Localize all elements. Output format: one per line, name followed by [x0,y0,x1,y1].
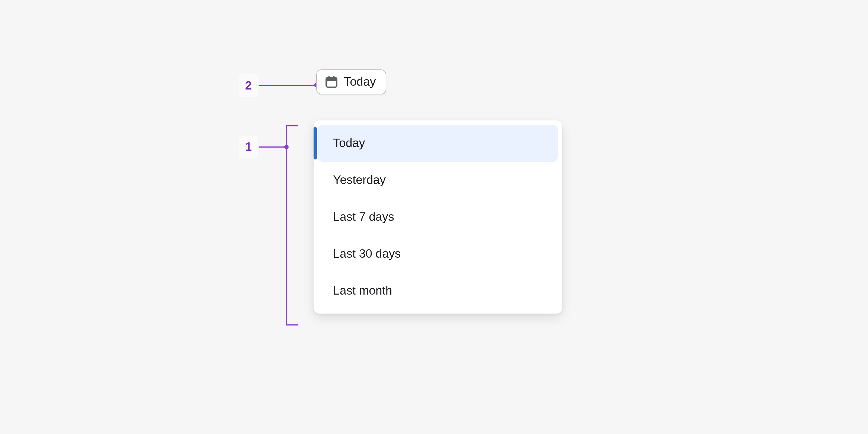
date-range-option-label: Last 7 days [333,210,394,223]
calendar-icon [324,75,339,89]
svg-rect-6 [329,76,330,79]
date-range-option-label: Today [333,136,365,150]
date-range-option-label: Yesterday [333,173,386,187]
annotation-badge-1-label: 1 [245,140,252,154]
date-range-option-label: Last 30 days [333,247,401,260]
annotation-badge-2: 2 [239,74,258,97]
date-range-option-last-month[interactable]: Last month [318,272,558,309]
date-range-option-yesterday[interactable]: Yesterday [318,162,558,198]
date-range-option-last-30-days[interactable]: Last 30 days [318,236,558,272]
date-range-popover: Today Yesterday Last 7 days Last 30 days… [314,120,562,314]
svg-rect-5 [326,78,337,81]
date-range-option-last-7-days[interactable]: Last 7 days [318,198,558,236]
date-range-option-label: Last month [333,284,392,297]
annotation-badge-1: 1 [239,135,258,158]
annotation-badge-2-label: 2 [245,79,252,93]
date-range-option-today[interactable]: Today [318,125,558,162]
svg-rect-7 [333,76,335,79]
svg-point-3 [284,145,289,149]
date-range-activator-label: Today [344,76,376,88]
date-range-activator-button[interactable]: Today [316,69,386,94]
